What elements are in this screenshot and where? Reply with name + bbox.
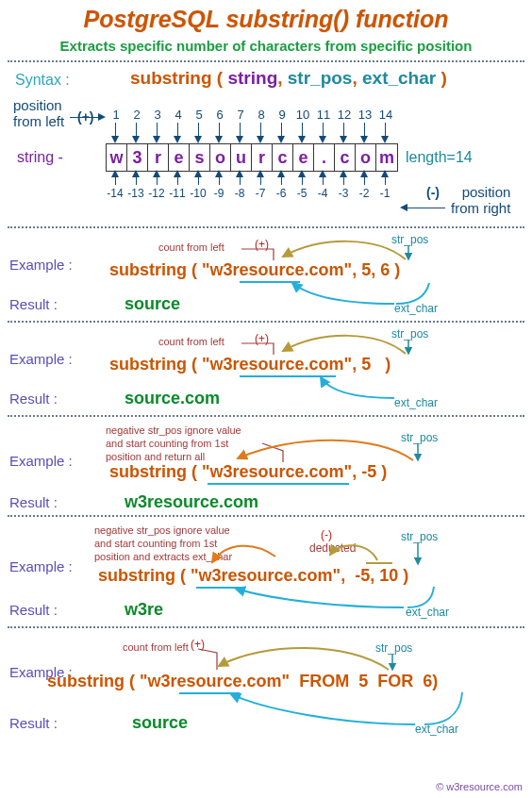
extchar-label: ext_char <box>406 606 449 619</box>
syntax-func: substring <box>130 68 212 88</box>
position-number-bottom: -13 <box>125 187 146 200</box>
length-label: length=14 <box>406 149 473 166</box>
note-count-left: count from left <box>123 641 189 655</box>
arrow-down-icon <box>174 136 181 143</box>
underline-neg5 <box>366 562 392 564</box>
position-number-bottom: -14 <box>105 187 125 200</box>
strpos-label: str_pos <box>391 327 428 341</box>
position-number-top: 8 <box>251 108 272 122</box>
arrow-up-icon <box>381 170 389 177</box>
arrow-left-icon <box>400 204 407 211</box>
arrow-up-icon <box>111 170 119 177</box>
string-char-cell: o <box>210 144 231 171</box>
arrow-down-icon <box>298 136 306 143</box>
arrow-down-line <box>219 123 220 136</box>
position-number-bottom: -7 <box>250 187 271 200</box>
pos-from-left-label: position from left <box>13 98 64 129</box>
arrow-down-icon <box>236 136 243 143</box>
string-char-cell: w <box>107 144 127 171</box>
string-char-cell: s <box>190 144 210 171</box>
arrow-down-line <box>240 123 241 136</box>
plus-sign-note: (+) <box>255 238 269 251</box>
example-label: Example : <box>9 351 73 367</box>
note-negative-ext: negative str_pos ignore value and start … <box>94 524 232 563</box>
arrow-down-icon <box>257 136 264 143</box>
page-subtitle: Extracts specific number of characters f… <box>0 38 532 54</box>
arrow-right-icon <box>98 113 106 121</box>
example-label: Example : <box>9 453 73 469</box>
syntax-label: Syntax : <box>15 72 70 89</box>
example5-code: substring ( "w3resource.com" FROM 5 FOR … <box>47 672 438 691</box>
note-negative-all: negative str_pos ignore value and start … <box>106 424 241 463</box>
extchar-label: ext_char <box>394 396 438 409</box>
diagram-canvas: PostgreSQL substring() function Extracts… <box>0 0 532 798</box>
note-count-left: count from left <box>158 241 224 255</box>
minus-sign: (-) <box>426 185 440 200</box>
position-number-top: 4 <box>168 108 189 122</box>
underline-w3re <box>196 587 241 589</box>
position-number-top: 9 <box>272 108 292 122</box>
arrow-down-line <box>157 123 158 136</box>
strpos-label: str_pos <box>401 431 438 444</box>
strpos-label: str_pos <box>401 530 438 543</box>
note-count-left: count from left <box>158 336 224 349</box>
arrow-down-icon <box>132 136 140 143</box>
string-char-cell: m <box>376 144 397 171</box>
position-number-top: 13 <box>355 108 375 122</box>
string-char-cell: c <box>273 144 293 171</box>
string-char-cell: . <box>314 144 335 171</box>
arrow-down-line <box>343 123 344 136</box>
arrow-down-line <box>177 123 178 136</box>
example2-result: source.com <box>125 389 220 408</box>
position-number-bottom: -9 <box>208 187 229 200</box>
example1-code: substring ( "w3resource.com", 5, 6 ) <box>109 260 400 280</box>
page-title: PostgreSQL substring() function <box>0 6 532 33</box>
arrow-up-icon <box>360 170 368 177</box>
arrow-down-icon <box>381 136 389 143</box>
underline-full <box>208 483 349 485</box>
syntax-open: ( <box>212 68 228 88</box>
arrow-up-icon <box>132 170 140 177</box>
arrow-down-line <box>260 123 261 136</box>
arrow-up-icon <box>340 170 347 177</box>
position-number-bottom: -1 <box>374 187 395 200</box>
string-char-cell: o <box>356 144 376 171</box>
arrow-down-icon <box>194 136 202 143</box>
arrow-down-line <box>385 123 386 136</box>
credit: © w3resource.com <box>436 781 523 792</box>
arrow-down-line <box>115 123 116 136</box>
arrow-up-icon <box>236 170 243 177</box>
example1-result: source <box>125 294 180 314</box>
example4-result: w3re <box>125 600 163 620</box>
position-number-top: 2 <box>126 108 147 122</box>
divider <box>8 60 524 62</box>
strpos-label: str_pos <box>391 233 428 246</box>
string-char-cell: r <box>148 144 169 171</box>
syntax-sep2: , <box>352 68 362 88</box>
arrow-right-to-left <box>406 208 445 208</box>
position-number-top: 14 <box>375 108 396 122</box>
result-label: Result : <box>9 391 58 407</box>
example3-code: substring ( "w3resource.com", -5 ) <box>109 462 387 482</box>
position-number-bottom: -11 <box>167 187 188 200</box>
arrow-down-icon <box>277 136 285 143</box>
string-char-cell: c <box>335 144 356 171</box>
position-number-bottom: -2 <box>354 187 374 200</box>
divider <box>8 626 524 628</box>
string-label: string - <box>17 149 63 166</box>
arrow-down-icon <box>340 136 347 143</box>
syntax-arg-string: string <box>227 68 277 88</box>
plus-sign-note: (+) <box>255 332 269 345</box>
arrow-down-line <box>302 123 303 136</box>
result-label: Result : <box>9 715 58 731</box>
arrow-up-icon <box>319 170 326 177</box>
arrow-down-icon <box>319 136 326 143</box>
strpos-label: str_pos <box>375 641 412 655</box>
arrow-down-icon <box>360 136 368 143</box>
string-char-cell: 3 <box>127 144 148 171</box>
result-label: Result : <box>9 296 58 312</box>
minus-sign-note: (-) <box>321 528 332 541</box>
arrow-up-icon <box>194 170 202 177</box>
arrow-up-icon <box>174 170 181 177</box>
arrow-down-line <box>198 123 199 136</box>
